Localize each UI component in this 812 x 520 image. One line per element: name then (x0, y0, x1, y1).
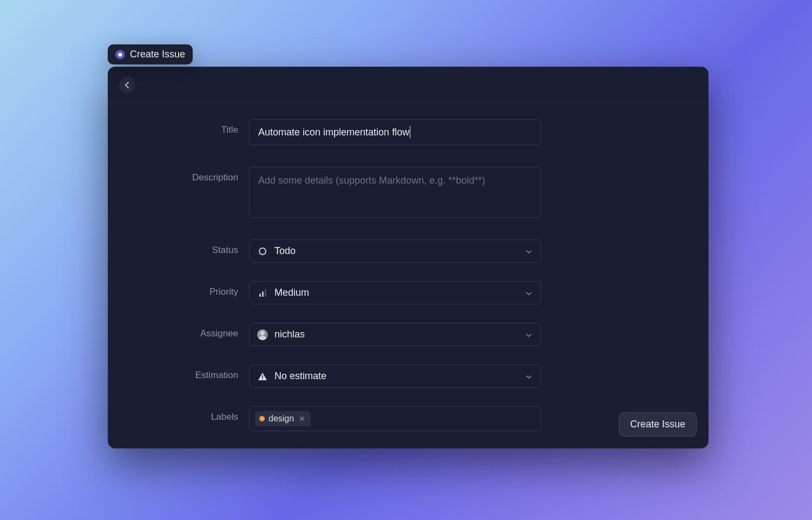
chevron-down-icon (526, 330, 532, 340)
status-row: Status Todo (130, 239, 686, 263)
priority-value: Medium (274, 287, 533, 298)
description-row: Description (130, 167, 686, 218)
title-row: Title Automate icon implementation flow (130, 119, 686, 145)
priority-row: Priority Medium (130, 281, 686, 304)
assignee-row: Assignee nichlas (130, 323, 686, 346)
status-select[interactable]: Todo (249, 239, 541, 263)
title-input[interactable]: Automate icon implementation flow (249, 119, 541, 145)
label-color-dot (259, 416, 265, 421)
chevron-down-icon (526, 372, 532, 381)
chevron-down-icon (526, 288, 532, 298)
priority-bars-icon (257, 288, 268, 298)
label-chip-design[interactable]: design ✕ (255, 411, 311, 426)
assignee-value: nichlas (274, 329, 533, 340)
estimation-label: Estimation (130, 365, 238, 381)
create-issue-modal: Title Automate icon implementation flow … (108, 67, 709, 448)
text-cursor (410, 126, 410, 138)
modal-header (108, 67, 708, 103)
modal-body: Title Automate icon implementation flow … (108, 103, 708, 448)
assignee-select[interactable]: nichlas (249, 323, 541, 346)
status-label: Status (130, 239, 238, 256)
warning-triangle-icon (257, 371, 268, 382)
estimation-select[interactable]: No estimate (249, 365, 541, 388)
labels-field[interactable]: design ✕ (249, 406, 541, 431)
priority-select[interactable]: Medium (249, 281, 541, 304)
label-text: design (269, 414, 294, 424)
back-button[interactable] (119, 77, 135, 93)
chevron-left-icon (125, 82, 130, 88)
svg-point-0 (259, 248, 266, 255)
circle-icon (257, 246, 268, 257)
avatar-icon (257, 329, 268, 340)
app-icon (115, 50, 125, 60)
label-remove-icon[interactable]: ✕ (298, 414, 306, 423)
labels-row: Labels design ✕ (130, 406, 686, 431)
labels-label: Labels (130, 406, 238, 422)
chevron-down-icon (526, 246, 532, 256)
svg-point-2 (262, 378, 263, 379)
window-tab[interactable]: Create Issue (108, 44, 193, 64)
description-input[interactable] (249, 167, 541, 218)
priority-label: Priority (130, 281, 238, 297)
create-issue-button[interactable]: Create Issue (619, 412, 697, 437)
estimation-value: No estimate (274, 370, 533, 382)
description-label: Description (130, 167, 238, 183)
estimation-row: Estimation No estimate (130, 365, 686, 388)
svg-rect-1 (262, 375, 263, 378)
status-value: Todo (274, 245, 533, 257)
assignee-label: Assignee (130, 323, 238, 339)
title-value: Automate icon implementation flow (258, 127, 409, 138)
tab-label: Create Issue (130, 49, 185, 60)
title-label: Title (130, 119, 238, 135)
